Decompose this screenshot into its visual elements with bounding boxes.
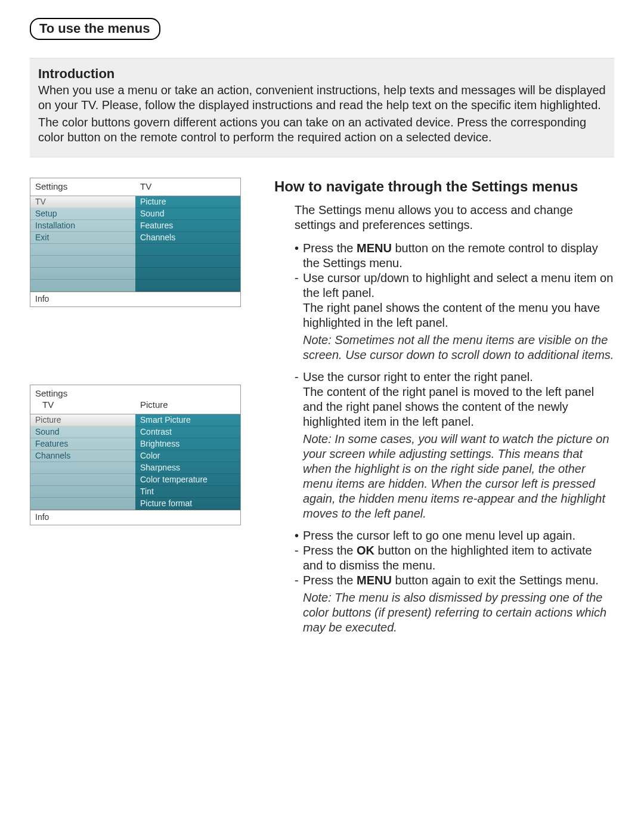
menu2-left-blank [30, 462, 135, 474]
dash-icon: - [295, 271, 303, 286]
menu1-left-blank [30, 256, 135, 268]
menu2-left-blank [30, 486, 135, 498]
menu2-left-item-picture: Picture [30, 414, 135, 426]
menu2-header-right [135, 385, 240, 400]
menu1-left-item-setup: Setup [30, 208, 135, 220]
step-press-menu: Press the MENU button on the remote cont… [303, 241, 614, 271]
menu2-footer: Info [30, 510, 240, 525]
menu1-header-right: TV [135, 178, 240, 196]
menu1-left-blank [30, 280, 135, 292]
menu2-right-item-brightness: Brightness [135, 438, 240, 450]
menu1-left-blank [30, 244, 135, 256]
menu1-footer: Info [30, 292, 240, 307]
settings-menu-screenshot-2: Settings TV Picture Picture Sound Featur… [30, 385, 241, 525]
introduction-paragraph-2: The color buttons govern different actio… [38, 115, 606, 145]
menu2-subheader-left: TV [30, 400, 135, 414]
menu2-right-item-sharpness: Sharpness [135, 462, 240, 474]
step-cursor-left: Press the cursor left to go one menu lev… [303, 528, 614, 543]
dash-icon: - [295, 573, 303, 588]
menu2-right-item-smart-picture: Smart Picture [135, 414, 240, 426]
menu1-right-item-channels: Channels [135, 232, 240, 244]
navigate-intro: The Settings menu allows you to access a… [295, 203, 614, 233]
menu1-right-blank [135, 268, 240, 280]
step3-sub2: Press the MENU button again to exit the … [303, 573, 614, 588]
how-to-navigate-heading: How to navigate through the Settings men… [274, 178, 614, 196]
menu2-right-item-tint: Tint [135, 486, 240, 498]
step1-sub1: Use cursor up/down to highlight and sele… [303, 271, 614, 301]
introduction-heading: Introduction [38, 66, 606, 82]
step2-sub2: The content of the right panel is moved … [303, 385, 614, 429]
menu2-subheader-right: Picture [135, 400, 240, 414]
menu1-right-blank [135, 244, 240, 256]
section-pill: To use the menus [30, 18, 160, 40]
step2-sub1: Use the cursor right to enter the right … [303, 370, 614, 385]
menu2-right-item-contrast: Contrast [135, 426, 240, 438]
menu2-right-item-picture-format: Picture format [135, 498, 240, 510]
dash-icon: - [295, 370, 303, 385]
menu2-header-left: Settings [30, 385, 135, 400]
menu1-right-item-sound: Sound [135, 208, 240, 220]
note-2: Note: In some cases, you will want to wa… [303, 432, 614, 521]
menu1-right-blank [135, 256, 240, 268]
menu1-left-item-tv: TV [30, 196, 135, 208]
introduction-box: Introduction When you use a menu or take… [30, 58, 614, 158]
settings-menu-screenshot-1: Settings TV TV Setup Installation Exit [30, 178, 241, 307]
menu2-left-item-channels: Channels [30, 450, 135, 462]
menu1-left-item-installation: Installation [30, 220, 135, 232]
step3-sub1: Press the OK button on the highlighted i… [303, 543, 614, 573]
note-3: Note: The menu is also dismissed by pres… [303, 590, 614, 635]
menu1-right-item-features: Features [135, 220, 240, 232]
menu2-left-item-sound: Sound [30, 426, 135, 438]
menu2-left-blank [30, 474, 135, 486]
menu1-right-blank [135, 280, 240, 292]
bullet-icon: • [295, 241, 303, 256]
bullet-icon: • [295, 528, 303, 543]
note-1: Note: Sometimes not all the menu items a… [303, 333, 614, 363]
introduction-paragraph-1: When you use a menu or take an action, c… [38, 83, 606, 113]
dash-icon: - [295, 543, 303, 558]
menu1-left-item-exit: Exit [30, 232, 135, 244]
menu2-left-blank [30, 498, 135, 510]
menu1-header-left: Settings [30, 178, 135, 196]
step1-sub2: The right panel shows the content of the… [303, 301, 614, 330]
menu2-right-item-color: Color [135, 450, 240, 462]
menu1-left-blank [30, 268, 135, 280]
menu1-right-item-picture: Picture [135, 196, 240, 208]
menu2-left-item-features: Features [30, 438, 135, 450]
menu2-right-item-color-temperature: Color temperature [135, 474, 240, 486]
